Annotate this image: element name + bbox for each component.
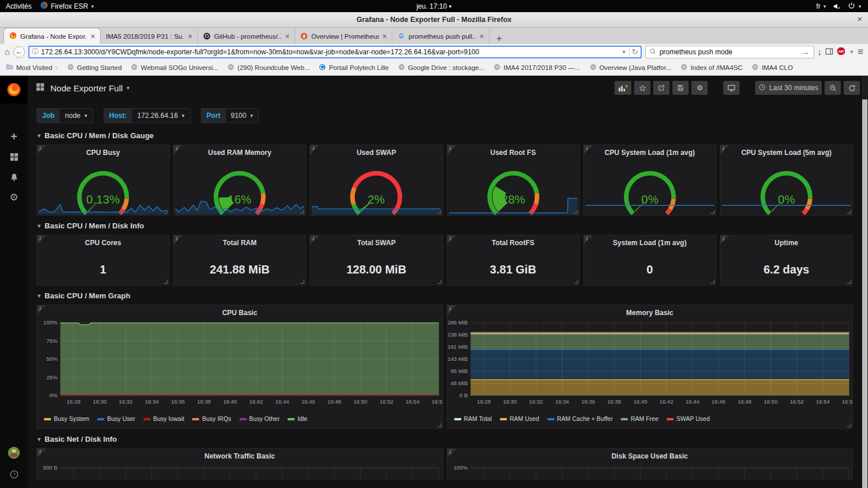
panel-info-icon[interactable]: i	[447, 145, 457, 154]
sidebar-item-help[interactable]: ?	[0, 464, 28, 485]
panel-info-icon[interactable]: i	[37, 145, 46, 154]
memory-basic-panel[interactable]: iMemory Basic0 B48 MiB95 MiB143 MiB191 M…	[447, 305, 854, 429]
panel-resize-handle[interactable]	[847, 423, 851, 427]
chevron-down-icon[interactable]: ▾	[127, 85, 130, 91]
activities-button[interactable]: Activités	[6, 2, 32, 10]
stat-panel-6[interactable]: iUptime6.2 days	[720, 235, 853, 286]
search-go-icon[interactable]: →	[801, 47, 810, 57]
bookmark-item[interactable]: Overview (Java Platfor...	[590, 64, 672, 72]
sidebar-item-dashboards[interactable]	[0, 147, 28, 167]
legend-item[interactable]: SWAP Used	[667, 415, 710, 422]
tab-5[interactable]: Gprometheus push pull...×	[392, 29, 490, 44]
panel-resize-handle[interactable]	[164, 280, 168, 284]
bookmark-item[interactable]: IMA4 CLO	[752, 64, 793, 72]
disk-space-panel[interactable]: iDisk Space Used Basic100%	[447, 448, 854, 479]
clock[interactable]: jeu. 17:10	[417, 2, 452, 10]
panel-info-icon[interactable]: i	[720, 235, 730, 245]
panel-title[interactable]: CPU System Load (1m avg)	[584, 145, 716, 159]
gauge-panel-5[interactable]: iCPU System Load (1m avg)0%	[583, 145, 716, 216]
tab-4[interactable]: Overview | Prometheus×	[295, 29, 392, 44]
user-avatar[interactable]	[0, 444, 28, 464]
settings-button[interactable]: ⚙	[692, 81, 708, 95]
chevron-down-icon[interactable]: ▼	[849, 49, 854, 55]
stat-panel-2[interactable]: iTotal RAM241.88 MiB	[173, 235, 306, 286]
url-dropdown-chevron-icon[interactable]: ▼	[621, 49, 627, 55]
panel-info-icon[interactable]: i	[37, 449, 46, 458]
legend-item[interactable]: RAM Total	[454, 415, 492, 422]
panel-resize-handle[interactable]	[574, 280, 578, 284]
panel-info-icon[interactable]: i	[584, 235, 593, 245]
sidebar-toggle-button[interactable]	[825, 47, 833, 57]
variable-value-dropdown[interactable]: 172.26.64.16▾	[132, 109, 190, 123]
downloads-button[interactable]: ↓	[818, 47, 822, 56]
panel-resize-handle[interactable]	[847, 210, 851, 214]
stat-panel-5[interactable]: iSystem Load (1m avg)0	[583, 235, 716, 286]
stat-panel-4[interactable]: iTotal RootFS3.81 GiB	[447, 235, 580, 286]
panel-resize-handle[interactable]	[574, 210, 578, 214]
time-range-button[interactable]: Last 30 minutes	[755, 81, 822, 95]
home-button[interactable]: ⌂	[5, 47, 10, 56]
variable-port[interactable]: Port9100▾	[201, 108, 259, 123]
zoom-out-button[interactable]	[825, 81, 841, 95]
refresh-button[interactable]	[844, 81, 860, 95]
window-titlebar[interactable]: Grafana - Node Exporter Full - Mozilla F…	[0, 12, 868, 28]
tab-close-icon[interactable]: ×	[188, 32, 192, 40]
star-button[interactable]	[634, 81, 650, 95]
stat-panel-3[interactable]: iTotal SWAP128.00 MiB	[310, 235, 443, 286]
bookmark-item[interactable]: Google Drive : stockage...	[398, 64, 484, 72]
sidebar-item-create[interactable]: +	[0, 127, 28, 147]
legend-item[interactable]: RAM Cache + Buffer	[547, 415, 613, 422]
variable-value-dropdown[interactable]: node▾	[60, 109, 92, 123]
menu-button[interactable]: ≡	[858, 47, 863, 57]
panel-title[interactable]: Uptime	[720, 235, 852, 249]
bookmark-item[interactable]: (290) Roundcube Web...	[227, 64, 310, 72]
tab-close-icon[interactable]: ×	[382, 32, 387, 40]
panel-title[interactable]: CPU Basic	[37, 305, 443, 319]
panel-resize-handle[interactable]	[300, 280, 304, 284]
grafana-logo-icon[interactable]	[0, 76, 28, 103]
panel-info-icon[interactable]: i	[37, 305, 46, 315]
dashboard-title[interactable]: Node Exporter Full	[50, 83, 123, 93]
panel-title[interactable]: CPU System Load (5m avg)	[720, 145, 852, 159]
variable-job[interactable]: Jobnode▾	[36, 108, 93, 123]
new-tab-button[interactable]: +	[490, 34, 509, 44]
tab-close-icon[interactable]: ×	[480, 32, 484, 40]
panel-info-icon[interactable]: i	[447, 449, 457, 458]
tab-close-icon[interactable]: ×	[285, 32, 289, 40]
row-header-net[interactable]: ▾Basic Net / Disk Info	[38, 435, 853, 443]
reload-button[interactable]: ↻	[632, 47, 638, 56]
cycle-view-button[interactable]	[723, 81, 740, 95]
panel-title[interactable]: Total RAM	[174, 235, 306, 249]
row-header-graph[interactable]: ▾Basic CPU / Mem Graph	[38, 291, 853, 300]
panel-resize-handle[interactable]	[711, 280, 715, 284]
add-panel-button[interactable]	[615, 81, 631, 95]
search-input[interactable]: prometheus push mode	[660, 48, 797, 56]
panel-resize-handle[interactable]	[437, 280, 442, 284]
panel-info-icon[interactable]: i	[720, 145, 730, 154]
panel-title[interactable]: Used RAM Memory	[174, 145, 306, 159]
panel-title[interactable]: System Load (1m avg)	[584, 235, 716, 249]
bookmark-item[interactable]: IMA4 2017/2018 P30 —...	[494, 64, 580, 72]
power-menu[interactable]: ▾	[848, 2, 861, 11]
bookmark-item[interactable]: Getting Started	[67, 64, 122, 72]
page-scrollbar[interactable]	[862, 76, 868, 488]
panel-info-icon[interactable]: i	[584, 145, 593, 154]
panel-info-icon[interactable]: i	[447, 305, 457, 315]
bookmark-item[interactable]: Most Visited▾	[6, 63, 58, 72]
bookmark-item[interactable]: Index of /IMA4SC	[681, 64, 742, 72]
panel-title[interactable]: Memory Basic	[447, 305, 853, 319]
gauge-panel-6[interactable]: iCPU System Load (5m avg)0%	[720, 145, 853, 216]
sidebar-item-configuration[interactable]: ⚙	[0, 187, 28, 208]
panel-info-icon[interactable]: i	[310, 235, 319, 245]
legend-item[interactable]: Busy System	[44, 415, 89, 422]
panel-title[interactable]: Used Root FS	[447, 145, 579, 159]
legend-item[interactable]: Idle	[288, 415, 307, 422]
panel-title[interactable]: Network Traffic Basic	[37, 449, 443, 463]
legend-item[interactable]: Busy Iowait	[144, 415, 185, 422]
legend-item[interactable]: RAM Free	[621, 415, 659, 422]
cpu-basic-panel[interactable]: iCPU Basic0%25%50%75%100%16:2816:3016:32…	[36, 305, 443, 429]
row-header-gauge[interactable]: ▾Basic CPU / Mem / Disk Gauge	[38, 131, 853, 140]
panel-title[interactable]: Disk Space Used Basic	[447, 449, 853, 463]
panel-resize-handle[interactable]	[300, 210, 304, 214]
tab-1[interactable]: Grafana - Node Expor...×	[3, 28, 101, 44]
